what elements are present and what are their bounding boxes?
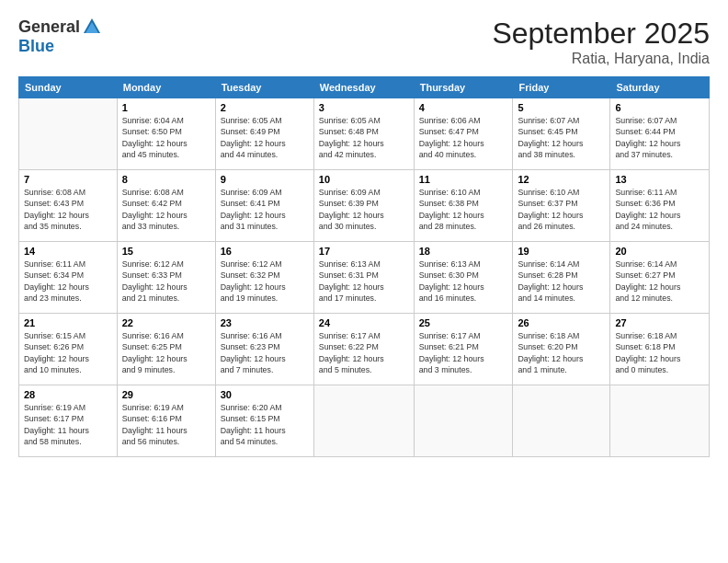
day-number: 26 (518, 317, 605, 328)
table-row: 5Sunrise: 6:07 AM Sunset: 6:45 PM Daylig… (513, 98, 610, 170)
day-number: 17 (319, 246, 409, 257)
table-row: 30Sunrise: 6:20 AM Sunset: 6:15 PM Dayli… (215, 385, 313, 457)
day-number: 3 (319, 102, 409, 113)
day-number: 9 (221, 174, 309, 185)
table-row: 20Sunrise: 6:14 AM Sunset: 6:27 PM Dayli… (610, 242, 710, 314)
table-row: 19Sunrise: 6:14 AM Sunset: 6:28 PM Dayli… (513, 242, 610, 314)
day-number: 18 (419, 246, 508, 257)
logo-general-text: General (18, 17, 80, 37)
day-info: Sunrise: 6:07 AM Sunset: 6:45 PM Dayligh… (518, 115, 605, 160)
header-saturday: Saturday (610, 77, 710, 98)
table-row (513, 385, 610, 457)
day-info: Sunrise: 6:19 AM Sunset: 6:16 PM Dayligh… (122, 402, 210, 447)
day-number: 29 (122, 389, 210, 400)
day-info: Sunrise: 6:13 AM Sunset: 6:30 PM Dayligh… (419, 259, 508, 304)
day-number: 23 (221, 317, 309, 328)
day-info: Sunrise: 6:09 AM Sunset: 6:41 PM Dayligh… (221, 187, 309, 232)
day-info: Sunrise: 6:16 AM Sunset: 6:25 PM Dayligh… (122, 330, 210, 375)
day-info: Sunrise: 6:10 AM Sunset: 6:38 PM Dayligh… (419, 187, 508, 232)
day-number: 25 (419, 317, 508, 328)
table-row: 3Sunrise: 6:05 AM Sunset: 6:48 PM Daylig… (313, 98, 414, 170)
calendar-week-row: 28Sunrise: 6:19 AM Sunset: 6:17 PM Dayli… (19, 385, 710, 457)
day-info: Sunrise: 6:19 AM Sunset: 6:17 PM Dayligh… (24, 402, 112, 447)
table-row: 13Sunrise: 6:11 AM Sunset: 6:36 PM Dayli… (610, 170, 710, 242)
day-info: Sunrise: 6:05 AM Sunset: 6:48 PM Dayligh… (319, 115, 409, 160)
calendar-week-row: 14Sunrise: 6:11 AM Sunset: 6:34 PM Dayli… (19, 242, 710, 314)
day-number: 12 (518, 174, 605, 185)
day-number: 14 (24, 246, 112, 257)
day-number: 5 (518, 102, 605, 113)
table-row: 27Sunrise: 6:18 AM Sunset: 6:18 PM Dayli… (610, 314, 710, 385)
header-friday: Friday (513, 77, 610, 98)
day-number: 1 (122, 102, 210, 113)
day-info: Sunrise: 6:17 AM Sunset: 6:21 PM Dayligh… (419, 330, 508, 375)
day-info: Sunrise: 6:14 AM Sunset: 6:27 PM Dayligh… (615, 259, 704, 304)
day-number: 20 (615, 246, 704, 257)
day-info: Sunrise: 6:14 AM Sunset: 6:28 PM Dayligh… (518, 259, 605, 304)
table-row: 7Sunrise: 6:08 AM Sunset: 6:43 PM Daylig… (19, 170, 118, 242)
day-info: Sunrise: 6:11 AM Sunset: 6:36 PM Dayligh… (615, 187, 704, 232)
table-row: 28Sunrise: 6:19 AM Sunset: 6:17 PM Dayli… (19, 385, 118, 457)
table-row (313, 385, 414, 457)
day-number: 21 (24, 317, 112, 328)
day-info: Sunrise: 6:06 AM Sunset: 6:47 PM Dayligh… (419, 115, 508, 160)
day-number: 2 (221, 102, 309, 113)
table-row: 12Sunrise: 6:10 AM Sunset: 6:37 PM Dayli… (513, 170, 610, 242)
calendar-week-row: 7Sunrise: 6:08 AM Sunset: 6:43 PM Daylig… (19, 170, 710, 242)
day-info: Sunrise: 6:09 AM Sunset: 6:39 PM Dayligh… (319, 187, 409, 232)
day-info: Sunrise: 6:11 AM Sunset: 6:34 PM Dayligh… (24, 259, 112, 304)
table-row: 2Sunrise: 6:05 AM Sunset: 6:49 PM Daylig… (215, 98, 313, 170)
day-number: 13 (615, 174, 704, 185)
day-info: Sunrise: 6:18 AM Sunset: 6:20 PM Dayligh… (518, 330, 605, 375)
day-info: Sunrise: 6:18 AM Sunset: 6:18 PM Dayligh… (615, 330, 704, 375)
calendar-week-row: 21Sunrise: 6:15 AM Sunset: 6:26 PM Dayli… (19, 314, 710, 385)
table-row: 22Sunrise: 6:16 AM Sunset: 6:25 PM Dayli… (117, 314, 215, 385)
day-number: 15 (122, 246, 210, 257)
day-info: Sunrise: 6:15 AM Sunset: 6:26 PM Dayligh… (24, 330, 112, 375)
table-row (610, 385, 710, 457)
day-info: Sunrise: 6:10 AM Sunset: 6:37 PM Dayligh… (518, 187, 605, 232)
header-wednesday: Wednesday (313, 77, 414, 98)
day-info: Sunrise: 6:05 AM Sunset: 6:49 PM Dayligh… (221, 115, 309, 160)
day-number: 6 (615, 102, 704, 113)
table-row: 8Sunrise: 6:08 AM Sunset: 6:42 PM Daylig… (117, 170, 215, 242)
header-monday: Monday (117, 77, 215, 98)
day-number: 7 (24, 174, 112, 185)
month-title: September 2025 (492, 17, 710, 51)
table-row: 17Sunrise: 6:13 AM Sunset: 6:31 PM Dayli… (313, 242, 414, 314)
day-number: 8 (122, 174, 210, 185)
table-row: 24Sunrise: 6:17 AM Sunset: 6:22 PM Dayli… (313, 314, 414, 385)
header-sunday: Sunday (19, 77, 118, 98)
day-info: Sunrise: 6:08 AM Sunset: 6:43 PM Dayligh… (24, 187, 112, 232)
location-title: Ratia, Haryana, India (492, 51, 710, 67)
day-number: 10 (319, 174, 409, 185)
day-info: Sunrise: 6:13 AM Sunset: 6:31 PM Dayligh… (319, 259, 409, 304)
day-number: 11 (419, 174, 508, 185)
day-info: Sunrise: 6:08 AM Sunset: 6:42 PM Dayligh… (122, 187, 210, 232)
header: General Blue September 2025 Ratia, Harya… (18, 17, 710, 67)
table-row: 9Sunrise: 6:09 AM Sunset: 6:41 PM Daylig… (215, 170, 313, 242)
day-number: 19 (518, 246, 605, 257)
header-thursday: Thursday (414, 77, 513, 98)
logo: General Blue (18, 17, 102, 56)
day-info: Sunrise: 6:20 AM Sunset: 6:15 PM Dayligh… (221, 402, 309, 447)
table-row: 6Sunrise: 6:07 AM Sunset: 6:44 PM Daylig… (610, 98, 710, 170)
table-row: 10Sunrise: 6:09 AM Sunset: 6:39 PM Dayli… (313, 170, 414, 242)
day-number: 24 (319, 317, 409, 328)
table-row: 4Sunrise: 6:06 AM Sunset: 6:47 PM Daylig… (414, 98, 513, 170)
day-number: 16 (221, 246, 309, 257)
day-number: 30 (221, 389, 309, 400)
day-info: Sunrise: 6:17 AM Sunset: 6:22 PM Dayligh… (319, 330, 409, 375)
day-info: Sunrise: 6:12 AM Sunset: 6:33 PM Dayligh… (122, 259, 210, 304)
table-row: 23Sunrise: 6:16 AM Sunset: 6:23 PM Dayli… (215, 314, 313, 385)
page: General Blue September 2025 Ratia, Harya… (0, 0, 728, 563)
table-row: 18Sunrise: 6:13 AM Sunset: 6:30 PM Dayli… (414, 242, 513, 314)
table-row: 11Sunrise: 6:10 AM Sunset: 6:38 PM Dayli… (414, 170, 513, 242)
logo-icon (82, 17, 102, 37)
title-block: September 2025 Ratia, Haryana, India (492, 17, 710, 67)
day-info: Sunrise: 6:16 AM Sunset: 6:23 PM Dayligh… (221, 330, 309, 375)
table-row: 16Sunrise: 6:12 AM Sunset: 6:32 PM Dayli… (215, 242, 313, 314)
calendar-table: Sunday Monday Tuesday Wednesday Thursday… (18, 76, 710, 457)
table-row (19, 98, 118, 170)
day-number: 4 (419, 102, 508, 113)
